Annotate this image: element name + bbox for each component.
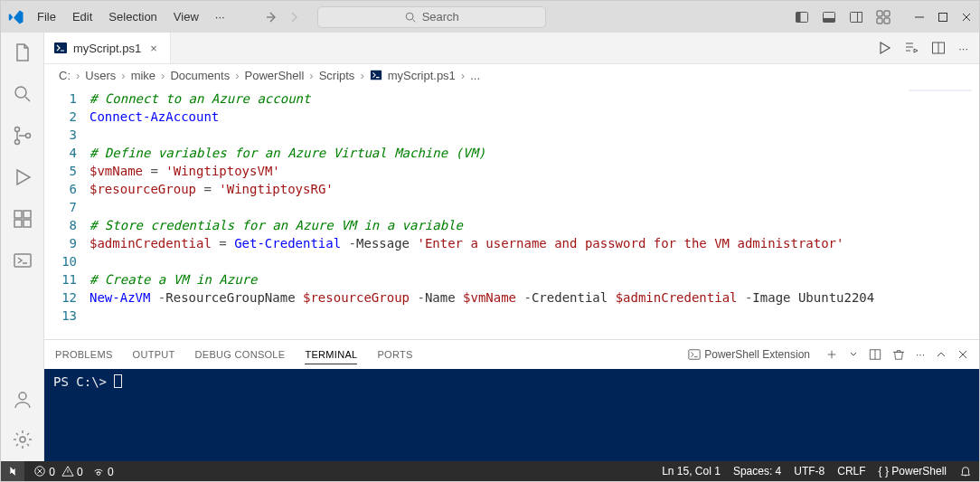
svg-rect-7 bbox=[877, 11, 882, 16]
svg-point-0 bbox=[406, 13, 413, 20]
vscode-logo-icon bbox=[8, 9, 24, 25]
command-center-search[interactable]: Search bbox=[317, 6, 546, 28]
breadcrumb-segment[interactable]: mike bbox=[131, 69, 155, 82]
accounts-icon[interactable] bbox=[12, 389, 33, 411]
customize-layout-icon[interactable] bbox=[876, 10, 890, 24]
svg-point-21 bbox=[19, 392, 26, 400]
powershell-icon bbox=[688, 348, 701, 361]
toggle-panel-icon[interactable] bbox=[822, 10, 836, 24]
minimap[interactable] bbox=[909, 90, 972, 108]
editor-tabs: myScript.ps1 × ··· bbox=[44, 33, 979, 64]
split-terminal-icon[interactable] bbox=[869, 348, 881, 361]
svg-rect-25 bbox=[371, 71, 382, 80]
bottom-panel: PROBLEMS OUTPUT DEBUG CONSOLE TERMINAL P… bbox=[44, 339, 979, 461]
layout-controls bbox=[795, 10, 890, 24]
menu-selection[interactable]: Selection bbox=[101, 6, 164, 27]
new-terminal-icon[interactable] bbox=[825, 348, 838, 361]
terminal-dropdown-icon[interactable] bbox=[849, 350, 858, 359]
terminal-shell-label[interactable]: PowerShell Extension bbox=[683, 345, 815, 364]
svg-rect-9 bbox=[877, 18, 882, 24]
panel-tab-debug-console[interactable]: DEBUG CONSOLE bbox=[195, 345, 286, 364]
notifications-icon[interactable] bbox=[959, 465, 972, 477]
status-eol[interactable]: CRLF bbox=[837, 465, 865, 477]
svg-rect-23 bbox=[54, 43, 67, 53]
status-encoding[interactable]: UTF-8 bbox=[794, 465, 825, 477]
powershell-icon[interactable] bbox=[12, 250, 33, 271]
svg-rect-5 bbox=[851, 12, 862, 22]
run-selection-icon[interactable] bbox=[904, 41, 919, 55]
maximize-panel-icon[interactable] bbox=[936, 349, 947, 360]
menu-edit[interactable]: Edit bbox=[65, 6, 99, 27]
panel-tab-ports[interactable]: PORTS bbox=[377, 345, 412, 364]
close-panel-icon[interactable] bbox=[957, 349, 968, 360]
menu-file[interactable]: File bbox=[30, 6, 63, 27]
panel-tab-terminal[interactable]: TERMINAL bbox=[305, 345, 357, 364]
svg-point-13 bbox=[14, 128, 19, 132]
code-editor[interactable]: 12345678910111213 # Connect to an Azure … bbox=[44, 86, 979, 339]
main-area: myScript.ps1 × ··· C:› Users› mike› Docu… bbox=[1, 33, 979, 461]
nav-back-icon[interactable] bbox=[265, 10, 279, 24]
svg-rect-8 bbox=[884, 11, 890, 16]
status-language[interactable]: { } PowerShell bbox=[879, 465, 947, 477]
editor-actions: ··· bbox=[877, 33, 979, 63]
status-cursor[interactable]: Ln 15, Col 1 bbox=[662, 465, 721, 477]
svg-rect-4 bbox=[824, 18, 835, 23]
svg-point-14 bbox=[14, 140, 19, 145]
menu-bar: File Edit Selection View ··· bbox=[30, 6, 232, 27]
split-editor-icon[interactable] bbox=[931, 41, 946, 55]
breadcrumb-segment[interactable]: Users bbox=[85, 69, 116, 82]
status-problems[interactable]: 0 0 bbox=[33, 465, 83, 478]
source-control-icon[interactable] bbox=[12, 125, 33, 146]
menu-overflow[interactable]: ··· bbox=[208, 6, 232, 27]
nav-forward-icon[interactable] bbox=[287, 10, 301, 24]
panel-tab-output[interactable]: OUTPUT bbox=[133, 345, 175, 364]
svg-rect-19 bbox=[24, 220, 31, 227]
tab-myscript[interactable]: myScript.ps1 × bbox=[44, 33, 171, 63]
maximize-icon[interactable] bbox=[938, 12, 948, 23]
explorer-icon[interactable] bbox=[12, 42, 33, 63]
breadcrumb-tail[interactable]: ... bbox=[470, 69, 480, 82]
breadcrumbs[interactable]: C:› Users› mike› Documents› PowerShell› … bbox=[44, 64, 979, 86]
breadcrumb-segment[interactable]: C: bbox=[59, 69, 71, 82]
close-icon[interactable] bbox=[961, 12, 972, 23]
panel-more-icon[interactable]: ··· bbox=[916, 348, 925, 361]
breadcrumb-segment[interactable]: PowerShell bbox=[245, 69, 305, 82]
svg-point-15 bbox=[25, 134, 30, 138]
svg-rect-26 bbox=[689, 350, 700, 360]
run-icon[interactable] bbox=[877, 41, 891, 55]
menu-view[interactable]: View bbox=[166, 6, 206, 27]
breadcrumb-segment[interactable]: Scripts bbox=[319, 69, 355, 82]
svg-point-12 bbox=[15, 87, 26, 98]
kill-terminal-icon[interactable] bbox=[892, 348, 905, 361]
line-gutter: 12345678910111213 bbox=[44, 86, 90, 339]
powershell-file-icon bbox=[53, 41, 68, 55]
run-debug-icon[interactable] bbox=[12, 166, 33, 188]
status-bar: 0 0 0 Ln 15, Col 1 Spaces: 4 UTF-8 CRLF … bbox=[1, 461, 979, 481]
window-controls bbox=[914, 12, 972, 23]
svg-rect-10 bbox=[884, 18, 890, 24]
terminal-prompt: PS C:\> bbox=[53, 374, 114, 389]
settings-gear-icon[interactable] bbox=[12, 429, 33, 450]
svg-point-22 bbox=[20, 437, 25, 442]
svg-rect-16 bbox=[14, 211, 22, 218]
code-content[interactable]: # Connect to an Azure accountConnect-AzA… bbox=[90, 86, 979, 339]
status-indent[interactable]: Spaces: 4 bbox=[733, 465, 781, 477]
svg-rect-18 bbox=[14, 220, 22, 227]
panel-tab-problems[interactable]: PROBLEMS bbox=[55, 345, 113, 364]
tab-close-icon[interactable]: × bbox=[146, 42, 161, 55]
breadcrumb-segment[interactable]: Documents bbox=[170, 69, 230, 82]
remote-indicator[interactable] bbox=[1, 461, 24, 481]
status-ports[interactable]: 0 bbox=[92, 465, 114, 478]
extensions-icon[interactable] bbox=[12, 208, 33, 230]
toggle-primary-sidebar-icon[interactable] bbox=[795, 10, 809, 24]
svg-rect-6 bbox=[858, 12, 862, 22]
minimize-icon[interactable] bbox=[914, 12, 925, 23]
breadcrumb-file[interactable]: myScript.ps1 bbox=[388, 69, 456, 82]
terminal-cursor bbox=[114, 374, 122, 388]
toggle-secondary-sidebar-icon[interactable] bbox=[849, 10, 863, 24]
search-icon[interactable] bbox=[12, 83, 33, 105]
activity-bar bbox=[1, 33, 44, 461]
more-actions-icon[interactable]: ··· bbox=[958, 42, 968, 55]
search-placeholder: Search bbox=[422, 10, 459, 24]
terminal-content[interactable]: PS C:\> bbox=[44, 369, 979, 461]
